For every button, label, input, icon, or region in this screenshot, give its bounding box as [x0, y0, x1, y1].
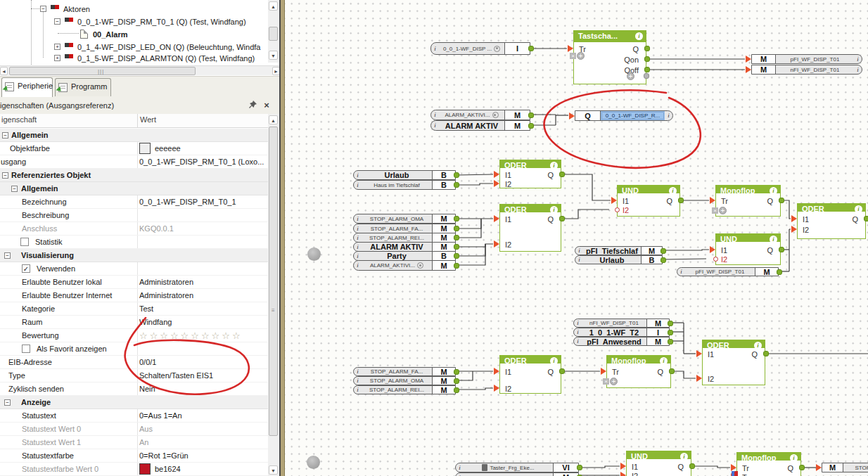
input-connector[interactable]: iSTOP_ALARM_OMAM — [353, 376, 456, 385]
property-checkbox[interactable] — [22, 345, 30, 353]
property-value[interactable]: Schalten/Tasten EIS1 — [139, 369, 266, 382]
function-block-monoflop[interactable]: MonoflopiTrTQ — [736, 452, 801, 476]
scroll-up-button[interactable]: ▲ — [269, 1, 278, 11]
output-port-q[interactable]: Q — [632, 44, 639, 54]
property-value[interactable]: Nein — [139, 382, 266, 396]
property-checkbox[interactable] — [20, 238, 29, 246]
output-port-q[interactable]: Q — [666, 196, 672, 206]
add-port-icon[interactable]: + — [627, 72, 634, 80]
input-connector[interactable]: iUrlaubB — [353, 170, 456, 180]
function-block-und[interactable]: UNDiI1I2Q — [626, 451, 691, 476]
input-connector[interactable]: iSTOP_ALARM_FA...M — [353, 367, 456, 376]
pin-icon[interactable] — [248, 101, 257, 110]
function-block-oder[interactable]: ODERiI1I2Q — [499, 160, 561, 188]
tree-expand-toggle[interactable]: − — [54, 18, 60, 25]
input-connector[interactable]: iSTOP_ALARM_FA...M — [353, 224, 456, 233]
input-port-tr[interactable]: Tr — [721, 196, 728, 206]
property-checkbox[interactable]: ✓ — [22, 264, 30, 273]
scroll-down-button[interactable]: ▼ — [269, 465, 278, 475]
group-expand-toggle[interactable]: − — [2, 172, 8, 179]
property-value[interactable]: Windfang — [139, 316, 266, 329]
input-connector[interactable]: iTaster_Frg_Eke...VI — [455, 463, 579, 472]
detach-icon[interactable]: × — [570, 53, 576, 59]
scrollbar-thumb[interactable]: ||| — [9, 67, 196, 75]
input-connector[interactable]: ipFI_AnwesendM — [573, 337, 670, 346]
tree-expand-toggle[interactable]: − — [40, 6, 46, 12]
function-block-oder[interactable]: ODERiI1I2Q — [797, 203, 866, 239]
output-port-q[interactable]: Q — [547, 214, 554, 224]
output-connector[interactable]: Q0_0_1-WF_DISP_R...i — [575, 110, 673, 121]
output-port-q[interactable]: Q — [657, 367, 663, 377]
info-icon[interactable]: i — [680, 453, 688, 461]
tab-programm[interactable]: Programm — [55, 78, 111, 96]
output-connector[interactable]: MpFI_WF_DISP_T01i — [751, 54, 862, 64]
input-port-i2[interactable]: I2 — [505, 179, 511, 189]
add-port-icon[interactable]: + — [577, 52, 585, 60]
tree-item[interactable]: +0_1_5-WF_DISP_ALARMTON (Q) (Test, Windf… — [0, 53, 268, 64]
input-port-i2[interactable]: I2 — [708, 374, 714, 384]
input-port-i2[interactable]: I2 — [505, 240, 511, 250]
function-block-oder[interactable]: ODERiI1I2Q — [702, 340, 765, 385]
input-port-i2[interactable]: I2 — [505, 384, 511, 394]
output-port-qon[interactable]: Qon — [624, 55, 639, 65]
info-icon[interactable]: i — [550, 206, 558, 214]
input-port-i2[interactable]: I2 — [632, 471, 638, 476]
tree-item[interactable]: −0_0_1-WF_DISP_RM_T0_1 (Q) (Test, Windfa… — [0, 16, 268, 27]
input-connector[interactable]: ipFI_WF_DISP_T01M — [677, 267, 779, 276]
group-expand-toggle[interactable]: − — [4, 399, 11, 406]
property-value[interactable]: Administratoren — [139, 276, 266, 289]
tree-expand-toggle[interactable]: + — [54, 44, 60, 50]
input-port-i2[interactable]: I2 — [721, 255, 727, 264]
input-connector[interactable]: iALARM_AKTIVI...M — [353, 260, 456, 271]
group-expand-toggle[interactable]: − — [2, 132, 8, 139]
info-icon[interactable]: i — [669, 187, 677, 195]
property-value[interactable]: 0_0_1-WF_DISP_RM_T0_1 — [139, 195, 266, 209]
property-value[interactable]: KGQ0.0.1 — [139, 222, 266, 236]
output-port-q[interactable]: Q — [767, 196, 773, 206]
scroll-down-button[interactable]: ▼ — [269, 51, 278, 60]
property-value[interactable]: An — [139, 436, 266, 449]
input-port-i1[interactable]: I1 — [505, 367, 511, 377]
property-value[interactable]: Aus — [139, 423, 266, 436]
tree-item[interactable]: −Aktoren — [0, 4, 268, 15]
scrollbar-thumb[interactable] — [269, 27, 278, 41]
output-port-q[interactable]: Q — [852, 214, 858, 224]
info-icon[interactable]: i — [550, 357, 558, 365]
input-port-i1[interactable]: I1 — [623, 196, 629, 206]
output-port-q[interactable]: Q — [547, 367, 554, 377]
input-port-i2[interactable]: I2 — [803, 225, 809, 235]
tab-peripherie[interactable]: Peripherie — [1, 77, 53, 97]
input-port-i1[interactable]: I1 — [708, 349, 714, 359]
info-icon[interactable]: i — [660, 357, 668, 365]
color-swatch[interactable] — [139, 143, 151, 154]
detach-icon[interactable]: × — [712, 207, 718, 214]
scrollbar-thumb[interactable]: ≡ — [269, 127, 278, 436]
tree-item[interactable]: 00_Alarm — [0, 29, 268, 40]
input-port-i2[interactable]: I2 — [623, 205, 629, 215]
input-connector[interactable]: i1_0_1-WF_T2I — [573, 328, 670, 337]
input-connector[interactable]: iSTOP_ALARM_REI...M — [353, 385, 456, 394]
input-connector[interactable]: iALARM AKTIVM — [430, 120, 530, 131]
tree-horizontal-scrollbar[interactable]: ◄ ||| ► — [0, 65, 281, 75]
info-icon[interactable]: i — [790, 454, 798, 462]
input-port-tr[interactable]: Tr — [612, 367, 619, 377]
input-port-i1[interactable]: I1 — [632, 462, 638, 472]
property-value[interactable]: eeeeee — [155, 142, 181, 155]
input-port-i1[interactable]: I1 — [505, 214, 511, 224]
property-value[interactable]: be1624 — [155, 463, 181, 476]
info-icon[interactable]: i — [770, 187, 777, 195]
tree-expand-toggle[interactable]: + — [54, 55, 60, 61]
input-connector[interactable]: iHaus im TiefschlafB — [353, 180, 456, 190]
input-port-i1[interactable]: I1 — [721, 245, 727, 255]
property-value[interactable]: 0=Rot 1=Grün — [139, 449, 266, 463]
property-value[interactable]: 0/0/1 — [139, 356, 266, 369]
info-icon[interactable]: i — [770, 236, 777, 243]
tree-vertical-scrollbar[interactable]: ▲ ▼ — [268, 0, 279, 63]
input-connector[interactable]: inFI_WF_DISP_T01M — [573, 319, 670, 328]
output-connector[interactable]: MSTOP_i — [822, 463, 868, 472]
scroll-up-button[interactable]: ▲ — [269, 115, 278, 124]
function-block-und[interactable]: UNDiI1I2Q — [715, 233, 781, 265]
add-port-icon[interactable]: + — [719, 207, 727, 214]
input-connector[interactable]: i0_0_1-WF_DISP ...I — [430, 42, 530, 55]
input-port-tr[interactable]: Tr — [742, 463, 749, 473]
